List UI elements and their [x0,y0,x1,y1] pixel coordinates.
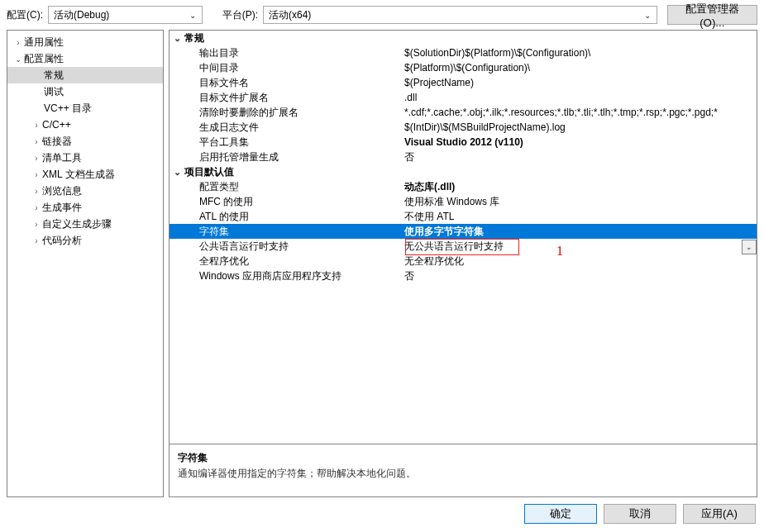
top-toolbar: 配置(C): 活动(Debug) ⌄ 平台(P): 活动(x64) ⌄ 配置管理… [0,0,764,30]
property-label: ATL 的使用 [184,210,403,224]
main-content: ›通用属性⌄配置属性常规调试VC++ 目录›C/C++›链接器›清单工具›XML… [0,30,764,497]
property-row[interactable]: 公共语言运行时支持无公共语言运行时支持 [170,239,757,254]
dialog-button-bar: 确定 取消 应用(A) [0,497,764,530]
chevron-right-icon[interactable]: › [31,154,42,163]
property-value[interactable]: 否 [403,269,757,283]
chevron-right-icon[interactable]: › [31,121,42,130]
tree-item-label: 调试 [44,85,64,99]
group-header[interactable]: ⌄常规 [170,31,757,45]
property-row[interactable]: 启用托管增量生成否 [170,150,757,164]
tree-item[interactable]: ›代码分析 [7,232,163,249]
ok-button[interactable]: 确定 [524,504,597,524]
property-row[interactable]: 全程序优化无全程序优化 [170,254,757,268]
config-dropdown[interactable]: 活动(Debug) ⌄ [48,6,203,24]
tree-item-label: 浏览信息 [42,184,82,198]
platform-label: 平台(P): [222,8,258,22]
property-label: 配置类型 [184,180,403,194]
dropdown-button-icon[interactable]: ⌄ [742,240,757,254]
chevron-down-icon[interactable]: ⌄ [170,167,184,178]
tree-item-label: 链接器 [42,135,72,149]
description-text: 通知编译器使用指定的字符集；帮助解决本地化问题。 [178,467,748,481]
property-label: 启用托管增量生成 [184,150,403,164]
tree-item-label: 自定义生成步骤 [42,217,112,231]
property-grid[interactable]: ⌄常规输出目录$(SolutionDir)$(Platform)\$(Confi… [169,30,757,444]
tree-item-label: XML 文档生成器 [42,168,115,182]
property-value[interactable]: .dll [403,92,757,103]
property-value[interactable]: 动态库(.dll) [403,180,757,194]
property-value[interactable]: $(SolutionDir)$(Platform)\$(Configuratio… [403,47,757,59]
property-row[interactable]: 平台工具集Visual Studio 2012 (v110) [170,135,757,150]
tree-item[interactable]: ›浏览信息 [7,183,163,199]
property-row[interactable]: 输出目录$(SolutionDir)$(Platform)\$(Configur… [170,45,757,60]
chevron-down-icon: ⌄ [186,11,199,20]
group-header-label: 项目默认值 [184,165,403,179]
property-label: 目标文件扩展名 [184,91,403,105]
tree-item-label: 通用属性 [24,36,64,50]
chevron-right-icon[interactable]: › [12,38,24,47]
tree-item[interactable]: ›生成事件 [7,199,163,216]
property-value[interactable]: 使用多字节字符集 [403,225,757,239]
chevron-right-icon[interactable]: › [31,137,42,146]
property-label: 中间目录 [184,61,403,75]
tree-item[interactable]: ›链接器 [7,133,163,150]
tree-item-label: C/C++ [42,119,71,131]
chevron-right-icon[interactable]: › [31,170,42,179]
platform-dropdown[interactable]: 活动(x64) ⌄ [263,6,657,24]
config-label: 配置(C): [7,8,43,22]
property-row[interactable]: 目标文件名$(ProjectName) [170,75,757,90]
chevron-right-icon[interactable]: › [31,236,42,245]
chevron-right-icon[interactable]: › [31,203,42,212]
chevron-down-icon[interactable]: ⌄ [170,33,184,44]
property-value[interactable]: Visual Studio 2012 (v110) [403,136,757,148]
tree-item-label: 常规 [44,69,64,83]
tree-item[interactable]: ›通用属性 [7,34,163,50]
tree-item[interactable]: 调试 [7,83,163,100]
property-label: 字符集 [184,225,403,239]
property-label: 输出目录 [184,46,403,60]
property-row[interactable]: 中间目录$(Platform)\$(Configuration)\ [170,60,757,75]
property-value[interactable]: 使用标准 Windows 库 [403,195,757,209]
tree-item[interactable]: VC++ 目录 [7,100,163,116]
description-panel: 字符集 通知编译器使用指定的字符集；帮助解决本地化问题。 [169,444,757,497]
property-value[interactable]: $(IntDir)\$(MSBuildProjectName).log [403,121,757,133]
tree-item[interactable]: ›清单工具 [7,150,163,166]
config-dropdown-value: 活动(Debug) [54,8,109,22]
property-value[interactable]: *.cdf;*.cache;*.obj;*.ilk;*.resources;*.… [403,107,757,118]
annotation-marker: 1 [556,244,563,259]
property-row[interactable]: 生成日志文件$(IntDir)\$(MSBuildProjectName).lo… [170,120,757,135]
property-label: Windows 应用商店应用程序支持 [184,269,403,283]
property-row[interactable]: 清除时要删除的扩展名*.cdf;*.cache;*.obj;*.ilk;*.re… [170,105,757,120]
group-header[interactable]: ⌄项目默认值 [170,164,757,179]
apply-button[interactable]: 应用(A) [683,504,756,524]
chevron-right-icon[interactable]: › [31,220,42,229]
tree-item[interactable]: ›自定义生成步骤 [7,216,163,232]
tree-item[interactable]: ›C/C++ [7,116,163,133]
tree-item[interactable]: ⌄配置属性 [7,50,163,67]
property-row[interactable]: Windows 应用商店应用程序支持否 [170,268,757,283]
property-label: 平台工具集 [184,135,403,150]
property-value[interactable]: $(Platform)\$(Configuration)\ [403,62,757,74]
property-value[interactable]: 无公共语言运行时支持 [403,240,757,254]
property-label: 公共语言运行时支持 [184,240,403,254]
tree-item-label: 清单工具 [42,151,82,165]
chevron-down-icon: ⌄ [641,11,654,20]
chevron-down-icon[interactable]: ⌄ [12,55,24,64]
chevron-right-icon[interactable]: › [31,187,42,196]
property-row[interactable]: 字符集使用多字节字符集 [170,224,757,239]
property-row[interactable]: MFC 的使用使用标准 Windows 库 [170,194,757,209]
tree-item[interactable]: 常规 [7,67,163,83]
property-label: 清除时要删除的扩展名 [184,106,403,120]
config-manager-button[interactable]: 配置管理器(O)... [667,5,757,25]
property-value[interactable]: 否 [403,150,757,164]
tree-item[interactable]: ›XML 文档生成器 [7,166,163,183]
category-tree[interactable]: ›通用属性⌄配置属性常规调试VC++ 目录›C/C++›链接器›清单工具›XML… [7,30,164,497]
property-value[interactable]: $(ProjectName) [403,77,757,88]
cancel-button[interactable]: 取消 [604,504,676,524]
property-row[interactable]: 配置类型动态库(.dll) [170,179,757,194]
property-value[interactable]: 无全程序优化 [403,254,757,268]
group-header-label: 常规 [184,31,403,45]
property-row[interactable]: ATL 的使用不使用 ATL [170,209,757,224]
property-value[interactable]: 不使用 ATL [403,210,757,224]
property-label: 目标文件名 [184,76,403,90]
property-row[interactable]: 目标文件扩展名.dll [170,90,757,105]
